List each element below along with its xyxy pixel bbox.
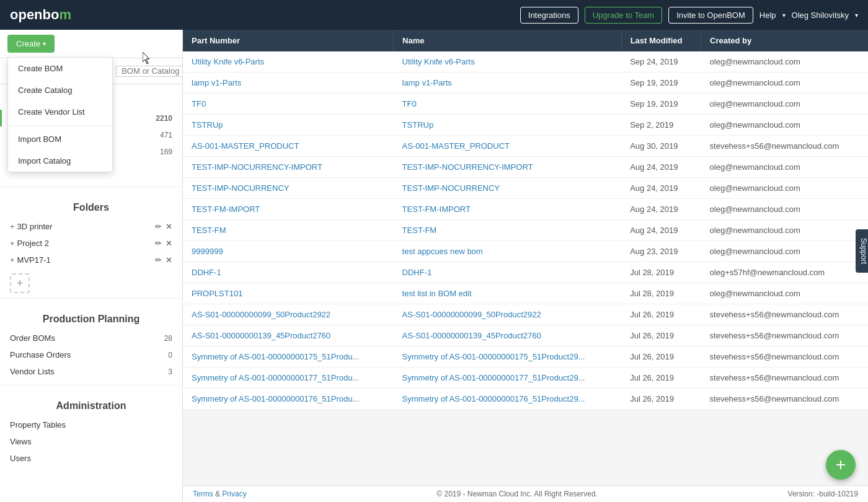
help-menu[interactable]: Help [760,11,776,20]
part-number-link[interactable]: AS-001-MASTER_PRODUCT [192,141,299,151]
cell-name: TEST-FM-IMPORT [394,199,622,220]
name-link[interactable]: lamp v1-Parts [402,78,452,87]
folder-edit-icon[interactable]: ✏ [155,222,162,231]
cell-part-number: 9999999 [183,241,394,262]
support-tab[interactable]: Support [856,229,868,273]
part-number-link[interactable]: 9999999 [192,247,223,256]
admin-item-property-tables[interactable]: Property Tables [0,416,182,433]
part-number-link[interactable]: PROPLST101 [192,289,242,298]
name-link[interactable]: Symmetry of AS-001-00000000176_51Product… [402,394,585,403]
fab-button[interactable]: + [826,450,856,480]
part-number-link[interactable]: TEST-IMP-NOCURRENCY-IMPORT [192,162,322,172]
cell-last-modified: Aug 30, 2019 [621,136,701,157]
cell-name: Symmetry of AS-001-00000000176_51Product… [394,389,622,410]
name-link[interactable]: test appcues new bom [402,247,483,256]
folder-edit-icon[interactable]: ✏ [155,239,162,248]
menu-item-import-catalog[interactable]: Import Catalog [8,150,112,172]
cell-last-modified: Sep 19, 2019 [621,73,701,94]
name-link[interactable]: TEST-FM [402,226,437,235]
help-chevron-icon: ▾ [782,12,786,19]
user-menu[interactable]: Oleg Shilovitsky [792,11,849,20]
part-number-link[interactable]: TEST-IMP-NOCURRENCY [192,183,289,193]
folder-label: MVP17-1 [17,255,155,265]
folder-item-3dprinter[interactable]: + 3D printer ✏ ✕ [0,218,182,235]
integrations-button[interactable]: Integrations [520,7,578,24]
add-folder-button[interactable]: + [10,273,30,293]
table-body: Utility Knife v6-Parts Utility Knife v6-… [183,51,868,410]
cell-created-by: stevehess+s56@newmancloud.com [701,304,868,325]
main-content: Part Number Name Last Modified Created b… [183,30,868,502]
all-boms-badge: 2210 [156,114,172,123]
part-number-link[interactable]: Symmetry of AS-001-00000000177_51Produ..… [192,373,359,382]
menu-item-create-vendor-list[interactable]: Create Vendor List [8,101,112,123]
cell-part-number: DDHF-1 [183,262,394,283]
folder-edit-icon[interactable]: ✏ [155,255,162,265]
name-link[interactable]: TEST-IMP-NOCURRENCY [402,183,500,193]
part-number-link[interactable]: TSTRUp [192,120,223,130]
cell-created-by: stevehess+s56@newmancloud.com [701,325,868,346]
user-chevron-icon: ▾ [855,12,858,19]
navbar-right: Integrations Upgrade to Team Invite to O… [520,7,858,24]
cell-name: AS-001-MASTER_PRODUCT [394,136,622,157]
part-number-link[interactable]: lamp v1-Parts [192,78,241,87]
terms-link[interactable]: Terms [193,490,213,498]
sidebar-item-purchase-orders[interactable]: Purchase Orders 0 [0,346,182,363]
order-boms-label: Order BOMs [10,333,55,343]
name-link[interactable]: AS-S01-00000000099_50Product2922 [402,310,541,319]
part-number-link[interactable]: Symmetry of AS-001-00000000175_51Produ..… [192,352,359,361]
table-row: TEST-FM-IMPORT TEST-FM-IMPORT Aug 24, 20… [183,199,868,220]
cell-created-by: oleg@newmancloud.com [701,241,868,262]
part-number-link[interactable]: TF0 [192,99,206,108]
dropdown-divider [8,125,112,126]
admin-item-users[interactable]: Users [0,450,182,467]
main-layout: Create ▾ Create BOM Create Catalog Creat… [0,30,868,502]
folder-delete-icon[interactable]: ✕ [166,255,172,265]
cell-name: Symmetry of AS-001-00000000177_51Product… [394,368,622,389]
vendor-lists-badge: 3 [168,368,172,376]
folder-item-project2[interactable]: + Project 2 ✏ ✕ [0,235,182,252]
part-number-link[interactable]: AS-S01-00000000099_50Product2922 [192,310,330,319]
folder-delete-icon[interactable]: ✕ [166,222,172,231]
create-button[interactable]: Create ▾ [7,35,55,53]
name-link[interactable]: TF0 [402,99,417,108]
table-row: lamp v1-Parts lamp v1-Parts Sep 19, 2019… [183,73,868,94]
col-name: Name [394,30,622,51]
cell-last-modified: Aug 24, 2019 [621,157,701,178]
folder-item-mvp17[interactable]: + MVP17-1 ✏ ✕ [0,252,182,268]
folder-add-icon: + [10,222,15,231]
sidebar-item-order-boms[interactable]: Order BOMs 28 [0,330,182,346]
cell-last-modified: Sep 2, 2019 [621,115,701,136]
folder-delete-icon[interactable]: ✕ [166,239,172,248]
part-number-link[interactable]: AS-S01-00000000139_45Product2760 [192,331,330,340]
privacy-link[interactable]: Privacy [222,490,246,498]
menu-item-create-bom[interactable]: Create BOM [8,58,112,79]
name-link[interactable]: TSTRUp [402,120,434,130]
cell-part-number: Symmetry of AS-001-00000000175_51Produ..… [183,346,394,368]
upgrade-button[interactable]: Upgrade to Team [585,7,663,24]
sidebar-item-vendor-lists[interactable]: Vendor Lists 3 [0,363,182,380]
admin-item-views[interactable]: Views [0,433,182,450]
cell-last-modified: Jul 28, 2019 [621,262,701,283]
name-link[interactable]: Symmetry of AS-001-00000000175_51Product… [402,352,585,361]
menu-item-create-catalog[interactable]: Create Catalog [8,79,112,101]
part-number-link[interactable]: Utility Knife v6-Parts [192,57,264,66]
part-number-link[interactable]: Symmetry of AS-001-00000000176_51Produ..… [192,394,359,403]
name-link[interactable]: TEST-FM-IMPORT [402,205,471,214]
part-number-link[interactable]: DDHF-1 [192,268,221,277]
name-link[interactable]: Symmetry of AS-001-00000000177_51Product… [402,373,585,382]
part-number-link[interactable]: TEST-FM [192,226,226,235]
name-link[interactable]: TEST-IMP-NOCURRENCY-IMPORT [402,162,533,172]
name-link[interactable]: AS-S01-00000000139_45Product2760 [402,331,541,340]
cell-part-number: PROPLST101 [183,283,394,304]
name-link[interactable]: test list in BOM edit [402,289,472,298]
invite-button[interactable]: Invite to OpenBOM [668,7,753,24]
part-number-link[interactable]: TEST-FM-IMPORT [192,205,260,214]
cell-part-number: Utility Knife v6-Parts [183,51,394,73]
menu-item-import-bom[interactable]: Import BOM [8,128,112,150]
footer: Terms & Privacy © 2019 - Newman Cloud In… [183,485,868,502]
name-link[interactable]: AS-001-MASTER_PRODUCT [402,141,510,151]
search-input[interactable] [122,66,183,76]
name-link[interactable]: Utility Knife v6-Parts [402,57,475,66]
cell-part-number: TSTRUp [183,115,394,136]
name-link[interactable]: DDHF-1 [402,268,432,277]
